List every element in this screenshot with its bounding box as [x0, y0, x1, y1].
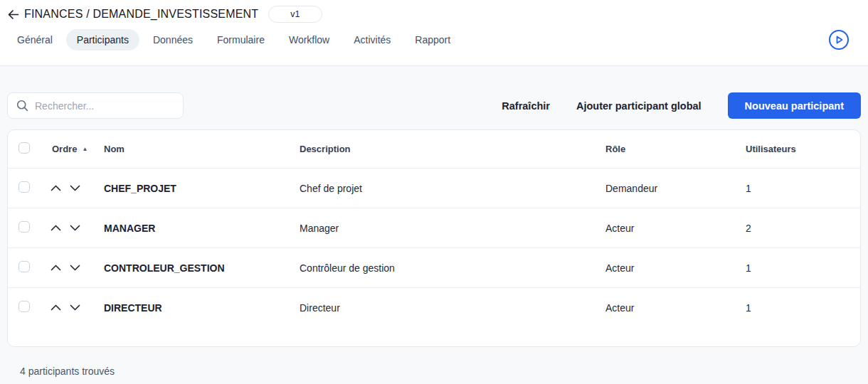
breadcrumb: FINANCES / DEMANDE_INVESTISSEMENT — [24, 8, 258, 21]
column-header-utilisateurs[interactable]: Utilisateurs — [739, 144, 860, 154]
tab-formulaire[interactable]: Formulaire — [206, 29, 275, 50]
chevron-down-icon — [70, 185, 80, 191]
participant-description: Directeur — [292, 302, 598, 314]
participant-role: Acteur — [598, 223, 739, 234]
tab-workflow[interactable]: Workflow — [278, 29, 340, 50]
row-checkbox[interactable] — [18, 221, 30, 233]
column-header-description[interactable]: Description — [292, 144, 598, 154]
participant-users-count: 1 — [739, 302, 860, 314]
column-header-role[interactable]: Rôle — [598, 144, 739, 154]
toolbar-actions: Rafraîchir Ajouter participant global No… — [502, 92, 861, 119]
participant-users-count: 2 — [739, 223, 860, 234]
participants-table: Ordre ▲ Nom Description Rôle Utilisateur… — [7, 129, 861, 347]
column-header-ordre-label: Ordre — [52, 144, 77, 154]
chevron-up-icon — [51, 265, 61, 271]
sort-asc-icon: ▲ — [82, 146, 88, 152]
topbar: FINANCES / DEMANDE_INVESTISSEMENT v1 Gén… — [0, 0, 868, 66]
tab-general[interactable]: Général — [6, 29, 63, 50]
version-badge[interactable]: v1 — [268, 6, 322, 23]
toolbar: Rafraîchir Ajouter participant global No… — [7, 92, 861, 119]
refresh-button[interactable]: Rafraîchir — [502, 100, 550, 112]
add-global-participant-button[interactable]: Ajouter participant global — [576, 100, 702, 112]
tabs-row: Général Participants Données Formulaire … — [0, 29, 868, 50]
row-checkbox[interactable] — [18, 301, 30, 312]
table-row: MANAGER Manager Acteur 2 — [8, 208, 860, 247]
results-summary: 4 participants trouvés — [20, 366, 861, 377]
column-header-ordre[interactable]: Ordre ▲ — [45, 144, 97, 154]
column-header-nom[interactable]: Nom — [97, 144, 292, 154]
play-button[interactable] — [828, 29, 850, 50]
order-controls — [45, 303, 97, 312]
move-up-button[interactable] — [49, 183, 63, 193]
search-input[interactable] — [35, 100, 163, 112]
participant-users-count: 1 — [739, 262, 860, 274]
table-row: CHEF_PROJET Chef de projet Demandeur 1 — [8, 168, 860, 208]
move-up-button[interactable] — [49, 303, 63, 312]
participant-role: Acteur — [598, 262, 739, 274]
new-participant-button[interactable]: Nouveau participant — [728, 92, 861, 119]
participant-name[interactable]: DIRECTEUR — [97, 302, 292, 314]
tab-donnees[interactable]: Données — [142, 29, 203, 50]
breadcrumb-row: FINANCES / DEMANDE_INVESTISSEMENT v1 — [0, 0, 868, 23]
table-row: DIRECTEUR Directeur Acteur 1 — [8, 287, 860, 327]
chevron-up-icon — [51, 304, 61, 311]
participant-role: Demandeur — [598, 183, 739, 194]
table-row: CONTROLEUR_GESTION Contrôleur de gestion… — [8, 247, 860, 287]
move-up-button[interactable] — [49, 263, 63, 272]
order-controls — [45, 263, 97, 272]
participants-panel: Rafraîchir Ajouter participant global No… — [0, 92, 868, 377]
search-box — [7, 92, 184, 119]
chevron-down-icon — [70, 225, 80, 231]
participant-name[interactable]: MANAGER — [97, 223, 292, 234]
move-up-button[interactable] — [49, 223, 63, 233]
participant-description: Manager — [292, 223, 598, 234]
move-down-button[interactable] — [68, 183, 82, 193]
tab-activites[interactable]: Activités — [343, 29, 401, 50]
arrow-left-icon — [6, 8, 20, 21]
search-icon — [16, 100, 28, 112]
move-down-button[interactable] — [68, 223, 82, 233]
table-header-row: Ordre ▲ Nom Description Rôle Utilisateur… — [8, 130, 860, 168]
order-controls — [45, 223, 97, 233]
chevron-up-icon — [51, 185, 61, 191]
tab-bar: Général Participants Données Formulaire … — [6, 29, 461, 50]
select-all-checkbox[interactable] — [18, 142, 30, 154]
row-checkbox[interactable] — [18, 261, 30, 272]
participant-role: Acteur — [598, 302, 739, 314]
order-controls — [45, 183, 97, 193]
row-checkbox[interactable] — [18, 181, 30, 193]
participant-description: Contrôleur de gestion — [292, 262, 598, 274]
participant-name[interactable]: CHEF_PROJET — [97, 183, 292, 194]
move-down-button[interactable] — [68, 263, 82, 272]
participant-name[interactable]: CONTROLEUR_GESTION — [97, 262, 292, 274]
chevron-down-icon — [70, 265, 80, 271]
tab-participants[interactable]: Participants — [66, 29, 139, 50]
back-button[interactable] — [4, 6, 21, 23]
participant-users-count: 1 — [739, 183, 860, 194]
chevron-up-icon — [51, 225, 61, 231]
move-down-button[interactable] — [68, 303, 82, 312]
play-circle-icon — [828, 29, 850, 50]
chevron-down-icon — [70, 304, 80, 311]
tab-rapport[interactable]: Rapport — [404, 29, 461, 50]
participant-description: Chef de projet — [292, 183, 598, 194]
